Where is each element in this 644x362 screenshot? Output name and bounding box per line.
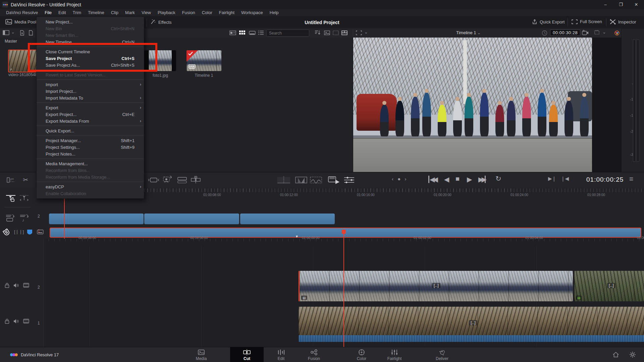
- page-tab-fairlight[interactable]: Fairlight: [378, 347, 411, 362]
- page-tab-edit[interactable]: Edit: [264, 347, 298, 362]
- file-menu-item-export[interactable]: Export›: [37, 104, 144, 111]
- file-menu-item-import[interactable]: Import›: [37, 81, 144, 88]
- upper-clip-v2-3[interactable]: [240, 214, 335, 224]
- file-menu-item-project-settings[interactable]: Project Settings...Shift+9: [37, 144, 144, 150]
- scene-detect-icon[interactable]: [594, 30, 601, 36]
- quick-export-button[interactable]: Quick Export: [532, 19, 565, 24]
- menubar-item-edit[interactable]: Edit: [55, 10, 69, 15]
- track-height-icon[interactable]: [37, 229, 44, 236]
- effects-button[interactable]: Effects: [150, 19, 172, 25]
- play-reverse-button[interactable]: ◀: [444, 175, 449, 183]
- split-insert-icon[interactable]: [191, 176, 201, 186]
- menubar-item-clip[interactable]: Clip: [108, 10, 122, 15]
- menubar-item-timeline[interactable]: Timeline: [85, 10, 108, 15]
- smooth-cut-icon[interactable]: [310, 176, 322, 185]
- upper-clip-v2-2[interactable]: [144, 214, 239, 224]
- split-view-icon[interactable]: [341, 31, 347, 36]
- page-tab-deliver[interactable]: Deliver: [425, 347, 459, 362]
- chevron-down-icon[interactable]: ⌄: [602, 29, 606, 35]
- sync-video-icon[interactable]: [5, 214, 15, 224]
- dissolve-transition-icon[interactable]: [295, 176, 307, 185]
- dashed-box-icon[interactable]: [333, 31, 339, 36]
- file-menu-item-project-notes[interactable]: Project Notes...: [37, 150, 144, 157]
- filmstrip-icon[interactable]: [23, 319, 29, 323]
- page-tab-color[interactable]: Color: [345, 347, 378, 362]
- file-menu-item-export-project[interactable]: Export Project...Ctrl+E: [37, 111, 144, 118]
- file-menu-item-import-metadata-to[interactable]: Import Metadata To›: [37, 95, 144, 101]
- inspector-button[interactable]: Inspector: [610, 19, 636, 24]
- sleep-clip-icon[interactable]: zᶻᶻ: [7, 176, 16, 185]
- preview-clip-icon[interactable]: [328, 176, 340, 186]
- file-menu-item-export-metadata-from[interactable]: Export Metadata From›: [37, 118, 144, 124]
- place-on-top-icon[interactable]: [162, 175, 174, 186]
- tools-sliders-icon[interactable]: [343, 176, 355, 186]
- speaker-icon[interactable]: [13, 283, 19, 288]
- sort-icon[interactable]: [315, 30, 321, 36]
- file-menu-item-easydcp[interactable]: easyDCP›: [37, 183, 144, 190]
- upper-clip-v2-1[interactable]: [49, 214, 144, 224]
- full-screen-button[interactable]: Full Screen: [572, 19, 602, 24]
- media-pool-button[interactable]: Media Pool: [5, 19, 36, 24]
- file-menu-item-project-manager[interactable]: Project Manager...Shift+1: [37, 137, 144, 144]
- metadata-view-icon[interactable]: [229, 31, 236, 36]
- menubar-item-davinci-resolve[interactable]: DaVinci Resolve: [3, 10, 41, 15]
- track1-header[interactable]: [0, 318, 44, 324]
- file-menu-item-quick-export[interactable]: Quick Export...: [37, 127, 144, 134]
- import-media-icon[interactable]: [19, 30, 25, 37]
- bin-master-label[interactable]: Master: [5, 39, 17, 44]
- timeline-playhead[interactable]: [343, 230, 344, 347]
- close-button[interactable]: ✕: [629, 0, 644, 9]
- scissors-icon[interactable]: ✂: [23, 176, 28, 184]
- color-boost-icon[interactable]: [614, 30, 620, 37]
- menubar-item-help[interactable]: Help: [266, 10, 282, 15]
- duration-timecode[interactable]: 00:00:30:28: [550, 29, 580, 36]
- timeline-clip-v1-forest[interactable]: [‥]: [299, 307, 644, 342]
- menubar-item-color[interactable]: Color: [199, 10, 216, 15]
- page-tab-fusion[interactable]: Fusion: [297, 347, 331, 362]
- trim-tool-icon[interactable]: [19, 194, 29, 204]
- flag-icon[interactable]: [27, 229, 33, 237]
- page-tab-cut[interactable]: Cut: [230, 347, 264, 362]
- timeline-clip-v2-bike[interactable]: ▤ [‥]: [299, 271, 573, 301]
- panel-toggle-icon[interactable]: [3, 30, 9, 36]
- filmstrip-icon[interactable]: [23, 283, 29, 288]
- overwrite-icon[interactable]: [177, 176, 187, 185]
- home-icon[interactable]: [612, 351, 619, 359]
- lock-icon[interactable]: [5, 283, 9, 288]
- cut-transition-icon[interactable]: [277, 176, 290, 185]
- next-edit-icon[interactable]: ▶❘: [548, 176, 556, 182]
- file-menu-item-new-project[interactable]: New Project...: [37, 18, 144, 25]
- playhead-lock-tool-icon[interactable]: [6, 194, 16, 204]
- marker-bracket-icon[interactable]: [❘❘]: [14, 229, 24, 234]
- video-preview[interactable]: [353, 38, 592, 172]
- gear-icon[interactable]: [629, 351, 636, 359]
- page-tab-media[interactable]: Media: [184, 347, 218, 362]
- play-button[interactable]: ▶: [467, 175, 472, 183]
- search-input[interactable]: [266, 29, 309, 37]
- prev-edit-icon[interactable]: ❘◀: [561, 176, 569, 182]
- menubar-item-playback[interactable]: Playback: [154, 10, 179, 15]
- file-menu-item-media-management[interactable]: Media Management...: [37, 160, 144, 167]
- menubar-item-mark[interactable]: Mark: [122, 10, 138, 15]
- go-to-end-button[interactable]: ▶▶: [478, 175, 486, 183]
- menubar-item-fairlight[interactable]: Fairlight: [216, 10, 238, 15]
- timeline-selector[interactable]: Timeline 1 ⌄: [456, 30, 481, 35]
- menubar-item-fusion[interactable]: Fusion: [179, 10, 199, 15]
- magnet-snap-icon[interactable]: [3, 229, 11, 238]
- speaker-icon[interactable]: [13, 319, 19, 324]
- sync-audio-icon[interactable]: ♪: [19, 214, 30, 224]
- minimize-button[interactable]: –: [598, 0, 613, 9]
- thumbnail-view-icon[interactable]: [239, 31, 245, 36]
- loop-icon[interactable]: ↻: [495, 175, 501, 183]
- chevron-down-icon[interactable]: ⌄: [11, 29, 15, 35]
- new-bin-icon[interactable]: [28, 30, 34, 37]
- menubar-item-trim[interactable]: Trim: [69, 10, 85, 15]
- maximize-button[interactable]: ❐: [613, 0, 629, 9]
- menubar-item-view[interactable]: View: [138, 10, 154, 15]
- thumb-small-icon[interactable]: [324, 31, 330, 36]
- timeline-clip-v2-forest[interactable]: ▤ [‥]: [574, 271, 644, 301]
- list-view-icon[interactable]: [258, 31, 264, 36]
- camera-cut-cluster[interactable]: ‹ ● ›: [392, 176, 408, 182]
- filmstrip-view-icon[interactable]: [249, 31, 256, 36]
- hamburger-icon[interactable]: ≡: [629, 175, 633, 183]
